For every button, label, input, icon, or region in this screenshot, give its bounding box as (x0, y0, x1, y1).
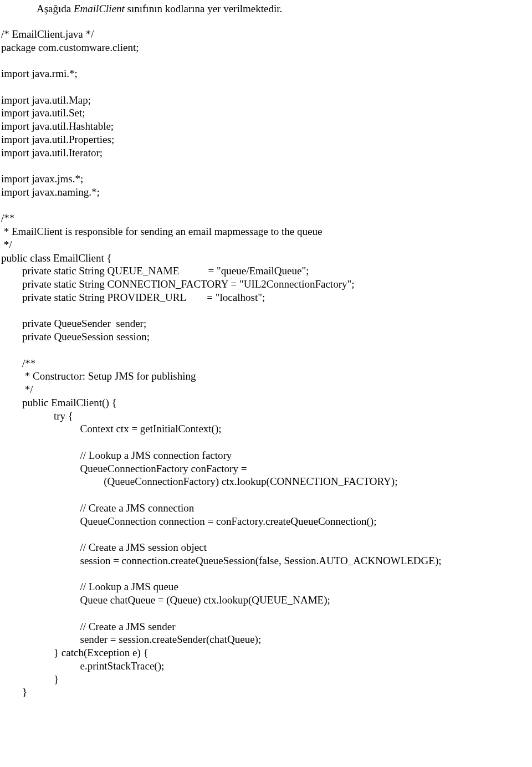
intro-text-prefix: Aşağıda (37, 3, 74, 14)
intro-text-suffix: sınıfının kodlarına yer verilmektedir. (125, 3, 282, 14)
code-block: /* EmailClient.java */ package com.custo… (1, 28, 531, 699)
intro-paragraph: Aşağıda EmailClient sınıfının kodlarına … (1, 2, 531, 16)
document-page: Aşağıda EmailClient sınıfının kodlarına … (0, 0, 532, 701)
intro-text-em: EmailClient (74, 3, 125, 14)
